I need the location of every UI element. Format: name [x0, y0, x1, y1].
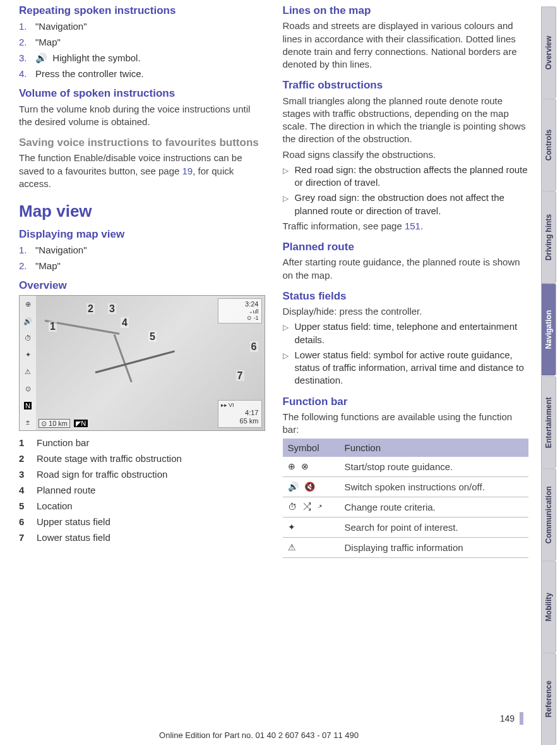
heading-traffic: Traffic obstructions	[283, 78, 529, 92]
map-legend: 1Function bar 2Route stage with traffic …	[19, 436, 265, 544]
triangle-bullet-icon: ▷	[283, 322, 289, 346]
callout-2: 2	[86, 303, 95, 315]
legend-num: 6	[19, 515, 28, 528]
north-icon: N	[24, 402, 32, 409]
step-num: 2.	[19, 259, 29, 272]
symbol-cell: ⊕ ⊗	[283, 457, 340, 477]
heading-overview: Overview	[19, 279, 265, 292]
step-num: 4.	[19, 67, 29, 80]
legend-num: 5	[19, 499, 28, 512]
callout-4: 4	[121, 317, 129, 329]
step-text: "Navigation"	[35, 20, 87, 33]
nav-icon: ⊕	[25, 300, 31, 308]
table-row: 🔊 🔇 Switch spoken instructions on/off.	[283, 477, 529, 497]
para-traffic-1: Small triangles along the planned route …	[283, 95, 529, 146]
step-text: "Map"	[35, 259, 61, 272]
symbol-cell: 🔊 🔇	[283, 477, 340, 497]
section-tabs: Overview Controls Driving hints Navigati…	[541, 0, 560, 745]
para-traffic-2: Road signs classify the obstructions.	[283, 148, 529, 161]
map-scale: ⊙ 10 km ◤N	[39, 420, 88, 428]
heading-lines: Lines on the map	[283, 4, 529, 17]
map-screenshot: ⊕ 🔊 ⏱ ✦ ⚠ ⊙ N ± 1 2 3 4 5 6	[19, 295, 265, 431]
legend-num: 2	[19, 452, 28, 465]
list-item: Lower status field: symbol for active ro…	[295, 349, 529, 387]
function-cell: Start/stop route guidance.	[340, 457, 529, 477]
lower-status-box: ▸▸ VI 4:17 65 km	[218, 400, 262, 427]
table-header-symbol: Symbol	[283, 439, 340, 457]
tab-reference[interactable]: Reference	[541, 653, 556, 745]
heading-repeat: Repeating spoken instructions	[19, 4, 265, 17]
footer-line: Online Edition for Part no. 01 40 2 607 …	[0, 730, 518, 740]
para-planned: After starting route guidance, the plann…	[283, 256, 529, 282]
list-item: Grey road sign: the obstruction does not…	[295, 191, 529, 217]
tab-communication[interactable]: Communication	[541, 468, 556, 560]
step-text: Press the controller twice.	[35, 67, 144, 80]
legend-text: Planned route	[37, 483, 95, 497]
callout-7: 7	[236, 370, 244, 382]
page-link-19[interactable]: 19	[182, 166, 193, 176]
table-header-function: Function	[340, 439, 529, 457]
table-row: ✦ Search for point of interest.	[283, 518, 529, 538]
speaker-icon: 🔊	[35, 52, 52, 63]
legend-num: 7	[19, 531, 28, 544]
repeat-steps: 1."Navigation" 2."Map" 3.🔊 Highlight the…	[19, 20, 265, 80]
traffic-list: ▷Red road sign: the obstruction affects …	[283, 164, 529, 217]
warning-icon: ⚠	[25, 368, 31, 376]
list-item: Red road sign: the obstruction affects t…	[295, 164, 529, 190]
heading-funcbar: Function bar	[283, 395, 529, 408]
map-function-bar: ⊕ 🔊 ⏱ ✦ ⚠ ⊙ N ±	[20, 296, 36, 430]
upper-status-box: 3:24 ₊ull ⊙ -1	[218, 298, 262, 324]
triangle-bullet-icon: ▷	[283, 166, 289, 190]
clock-icon: ⏱	[25, 334, 32, 342]
legend-text: Route stage with traffic obstruction	[37, 452, 182, 465]
legend-text: Road sign for traffic obstruction	[37, 468, 167, 481]
triangle-bullet-icon: ▷	[283, 351, 289, 387]
para-traffic-3: Traffic information, see page 151.	[283, 220, 529, 233]
step-num: 1.	[19, 243, 29, 257]
heading-volume: Volume of spoken instructions	[19, 87, 265, 100]
heading-mapview: Map view	[19, 202, 265, 221]
page-link-151[interactable]: 151	[405, 221, 420, 231]
callout-3: 3	[108, 303, 116, 315]
step-num: 3.	[19, 51, 29, 64]
callout-1: 1	[49, 321, 57, 332]
table-row: ⊕ ⊗ Start/stop route guidance.	[283, 457, 529, 477]
legend-num: 3	[19, 468, 28, 481]
step-num: 1.	[19, 20, 29, 33]
heading-status: Status fields	[283, 289, 529, 303]
display-steps: 1."Navigation" 2."Map"	[19, 243, 265, 272]
symbol-cell: ⚠	[283, 538, 340, 558]
poi-icon: ✦	[25, 351, 31, 359]
step-num: 2.	[19, 35, 29, 49]
table-row: ⏱ ⤨ ↗ Change route criteria.	[283, 497, 529, 518]
tab-overview[interactable]: Overview	[541, 6, 556, 99]
step-text: "Map"	[35, 35, 61, 49]
para-lines: Roads and streets are displayed in vario…	[283, 20, 529, 71]
speaker-icon: 🔊	[23, 317, 32, 325]
heading-saving: Saving voice instructions to favourites …	[19, 136, 265, 149]
legend-text: Function bar	[37, 436, 89, 449]
step-text: "Navigation"	[35, 243, 87, 257]
function-cell: Switch spoken instructions on/off.	[340, 477, 529, 497]
function-table: Symbol Function ⊕ ⊗ Start/stop route gui…	[283, 439, 529, 558]
legend-num: 4	[19, 483, 28, 497]
callout-6: 6	[250, 341, 258, 353]
symbol-cell: ✦	[283, 518, 340, 538]
target-icon: ⊙	[25, 385, 31, 393]
para-saving: The function Enable/disable voice instru…	[19, 152, 265, 190]
heading-planned: Planned route	[283, 240, 529, 253]
tab-entertainment[interactable]: Entertainment	[541, 376, 556, 468]
list-item: Upper status field: time, telephone and …	[295, 320, 529, 346]
legend-num: 1	[19, 436, 28, 449]
tab-mobility[interactable]: Mobility	[541, 560, 556, 653]
function-cell: Displaying traffic information	[340, 538, 529, 558]
tab-driving-hints[interactable]: Driving hints	[541, 191, 556, 283]
page-number: 149	[500, 713, 515, 724]
para-status-1: Display/hide: press the controller.	[283, 305, 529, 318]
legend-text: Location	[37, 499, 73, 512]
zoom-icon: ±	[26, 418, 30, 426]
tab-navigation[interactable]: Navigation	[541, 283, 556, 375]
function-cell: Change route criteria.	[340, 497, 529, 518]
para-funcbar: The following functions are available us…	[283, 411, 529, 437]
tab-controls[interactable]: Controls	[541, 99, 556, 191]
